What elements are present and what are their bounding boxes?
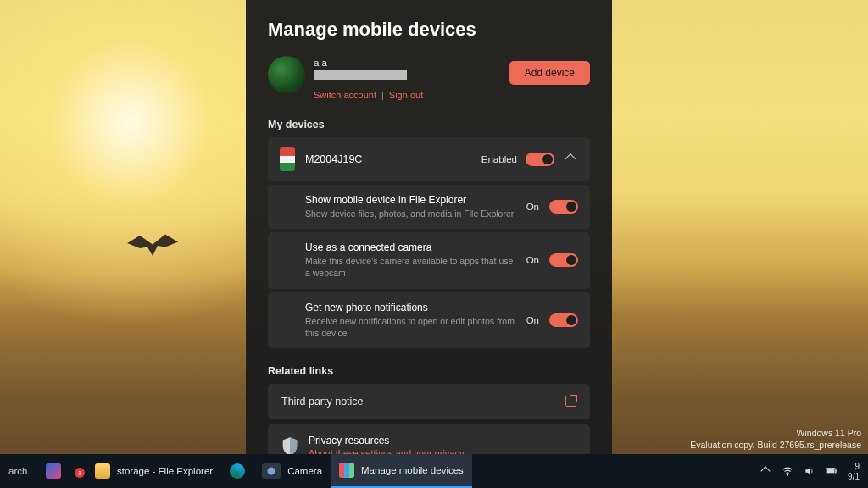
- folder-icon: [95, 463, 110, 479]
- option-title: Get new photo notifications: [305, 302, 516, 313]
- taskbar-clock[interactable]: 9 9/1: [848, 462, 860, 481]
- taskbar-copilot[interactable]: 1: [70, 454, 86, 488]
- option-photo-notifications: Get new photo notifications Receive new …: [268, 292, 590, 348]
- option-desc: Show device files, photos, and media in …: [305, 208, 516, 219]
- taskbar-search[interactable]: arch: [0, 454, 37, 488]
- wallpaper-bird: [127, 233, 178, 258]
- tray-overflow[interactable]: [760, 465, 771, 477]
- edge-icon: [230, 463, 245, 479]
- system-tray: 9 9/1: [751, 454, 868, 488]
- chevron-up-icon: [565, 153, 576, 165]
- option-desc: Receive new notifications to open or edi…: [305, 315, 516, 339]
- phone-icon: [280, 147, 295, 171]
- svg-rect-2: [827, 469, 835, 474]
- svg-rect-3: [836, 469, 837, 473]
- wifi-icon[interactable]: [782, 465, 793, 477]
- chevron-up-icon: [760, 466, 770, 475]
- device-state-label: Enabled: [481, 154, 517, 164]
- avatar[interactable]: [268, 56, 305, 93]
- taskbar: arch 1 storage - File Explorer Camera Ma…: [0, 454, 868, 488]
- privacy-title: Privacy resources: [309, 435, 464, 446]
- account-name: a a: [314, 56, 423, 70]
- sign-out-link[interactable]: Sign out: [389, 88, 423, 103]
- external-link-icon: [565, 396, 576, 407]
- taskbar-item-label: Camera: [287, 466, 322, 476]
- link-divider: |: [381, 88, 384, 103]
- option-file-explorer: Show mobile device in File Explorer Show…: [268, 185, 590, 229]
- camera-icon: [262, 463, 281, 479]
- taskbar-widgets[interactable]: [37, 454, 70, 488]
- option-state: On: [526, 315, 539, 325]
- widgets-icon: [46, 463, 61, 479]
- connected-camera-toggle[interactable]: [549, 253, 578, 267]
- device-name: M2004J19C: [305, 153, 471, 165]
- device-row[interactable]: M2004J19C Enabled: [268, 137, 590, 181]
- third-party-notice-link[interactable]: Third party notice: [268, 384, 590, 419]
- switch-account-link[interactable]: Switch account: [314, 88, 376, 103]
- volume-icon[interactable]: [804, 465, 815, 477]
- copilot-badge: 1: [75, 468, 85, 478]
- add-device-button[interactable]: Add device: [509, 61, 590, 85]
- option-state: On: [526, 202, 539, 212]
- taskbar-file-explorer[interactable]: storage - File Explorer: [86, 454, 221, 488]
- third-party-label: Third party notice: [281, 396, 364, 408]
- taskbar-item-label: storage - File Explorer: [117, 466, 213, 476]
- battery-icon[interactable]: [826, 465, 837, 477]
- option-state: On: [526, 255, 539, 265]
- account-row: a a Switch account | Sign out Add device: [268, 56, 590, 102]
- mmd-icon: [339, 463, 354, 478]
- taskbar-camera[interactable]: Camera: [253, 454, 331, 488]
- option-connected-camera: Use as a connected camera Make this devi…: [268, 232, 590, 288]
- page-title: Manage mobile devices: [268, 19, 590, 41]
- manage-mobile-devices-panel: Manage mobile devices a a Switch account…: [246, 0, 612, 454]
- option-title: Use as a connected camera: [305, 241, 516, 253]
- file-explorer-toggle[interactable]: [549, 200, 578, 214]
- windows-watermark: Windows 11 Pro Evaluation copy. Build 27…: [690, 427, 861, 451]
- option-desc: Make this device's camera available to a…: [305, 255, 516, 279]
- related-links-heading: Related links: [268, 365, 590, 377]
- device-enable-toggle[interactable]: [526, 152, 554, 166]
- option-title: Show mobile device in File Explorer: [305, 194, 516, 206]
- my-devices-heading: My devices: [268, 119, 590, 130]
- svg-point-0: [787, 474, 788, 475]
- taskbar-item-label: Manage mobile devices: [361, 465, 464, 475]
- account-email-redacted: [314, 70, 407, 80]
- photo-notifications-toggle[interactable]: [549, 313, 578, 327]
- taskbar-manage-mobile-devices[interactable]: Manage mobile devices: [331, 454, 472, 488]
- taskbar-edge[interactable]: [221, 454, 253, 488]
